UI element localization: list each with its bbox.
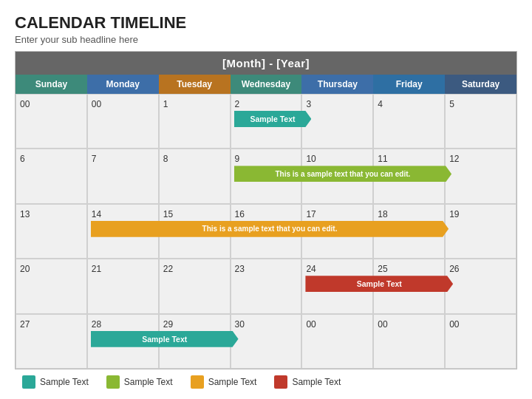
- month-header: [Month] - [Year]: [16, 52, 516, 75]
- page: CALENDAR TIMELINE Enter your sub headlin…: [0, 0, 532, 399]
- event-row3-orange: This is a sample text that you can edit.: [91, 221, 449, 237]
- event-row2-green: This is a sample text that you can edit.: [234, 166, 452, 182]
- legend-label-teal: Sample Text: [40, 377, 89, 387]
- cell-00-sat: 00: [445, 314, 516, 369]
- days-header: Sunday Monday Tuesday Wednesday Thursday…: [16, 75, 516, 94]
- cell-30-wed: 30: [231, 314, 302, 369]
- cell-7-mon: 7: [87, 149, 159, 203]
- cell-5-sat: 5: [445, 94, 516, 149]
- cell-26-sat: 26: [445, 259, 516, 313]
- cell-1-tue: 1: [159, 94, 231, 149]
- day-friday: Friday: [373, 75, 445, 94]
- event-row5-teal: Sample Text: [91, 331, 239, 347]
- calendar: [Month] - [Year] Sunday Monday Tuesday W…: [15, 51, 517, 369]
- calendar-row-2: 6 7 8 9 This is a sample text that you c…: [16, 149, 516, 203]
- legend-item-green: Sample Text: [106, 375, 173, 389]
- cell-23-wed: 23: [231, 259, 302, 313]
- cell-14-mon: 14 This is a sample text that you can ed…: [87, 204, 159, 259]
- cell-13-sun: 13: [16, 204, 87, 259]
- page-subtitle: Enter your sub headline here: [15, 34, 517, 45]
- legend-color-red: [274, 375, 287, 389]
- calendar-row-3: 13 14 This is a sample text that you can…: [16, 204, 516, 259]
- legend-item-teal: Sample Text: [22, 375, 89, 389]
- day-saturday: Saturday: [445, 75, 516, 94]
- legend-label-orange: Sample Text: [208, 377, 257, 387]
- legend-label-green: Sample Text: [124, 377, 173, 387]
- day-tuesday: Tuesday: [159, 75, 231, 94]
- legend: Sample Text Sample Text Sample Text Samp…: [15, 369, 517, 390]
- legend-item-orange: Sample Text: [191, 375, 257, 389]
- legend-color-green: [106, 375, 120, 389]
- legend-color-orange: [191, 375, 204, 389]
- cell-3-thu: 3: [301, 94, 373, 149]
- calendar-row-1: 00 00 1 2 Sample Text 3 4 5: [16, 94, 516, 149]
- legend-label-red: Sample Text: [292, 377, 341, 387]
- day-wednesday: Wednesday: [231, 75, 302, 94]
- day-thursday: Thursday: [301, 75, 373, 94]
- cell-00-mon: 00: [87, 94, 159, 149]
- cell-8-tue: 8: [159, 149, 231, 203]
- day-monday: Monday: [87, 75, 159, 94]
- cell-19-sat: 19: [445, 204, 516, 259]
- calendar-row-5: 27 28 Sample Text 29 30 00 00 00: [16, 314, 516, 369]
- cell-00-thu: 00: [301, 314, 373, 369]
- legend-item-red: Sample Text: [274, 375, 341, 389]
- cell-22-tue: 22: [159, 259, 231, 313]
- cell-28-mon: 28 Sample Text: [87, 314, 159, 369]
- page-title: CALENDAR TIMELINE: [15, 13, 517, 33]
- event-row1-teal: Sample Text: [234, 111, 312, 127]
- event-row4-red: Sample Text: [305, 276, 453, 292]
- cell-21-mon: 21: [87, 259, 159, 313]
- day-sunday: Sunday: [16, 75, 87, 94]
- cell-9-wed: 9 This is a sample text that you can edi…: [231, 149, 302, 203]
- cell-20-sun: 20: [16, 259, 87, 313]
- cell-6-sun: 6: [16, 149, 87, 203]
- legend-color-teal: [22, 375, 35, 389]
- cell-00-fri: 00: [373, 314, 445, 369]
- cell-00-sun: 00: [16, 94, 87, 149]
- cell-4-fri: 4: [373, 94, 445, 149]
- cell-27-sun: 27: [16, 314, 87, 369]
- cell-24-thu: 24 Sample Text: [301, 259, 373, 313]
- cell-12-sat: 12: [445, 149, 516, 203]
- calendar-row-4: 20 21 22 23 24 Sample Text 25 26: [16, 259, 516, 313]
- cell-2-wed: 2 Sample Text: [231, 94, 302, 149]
